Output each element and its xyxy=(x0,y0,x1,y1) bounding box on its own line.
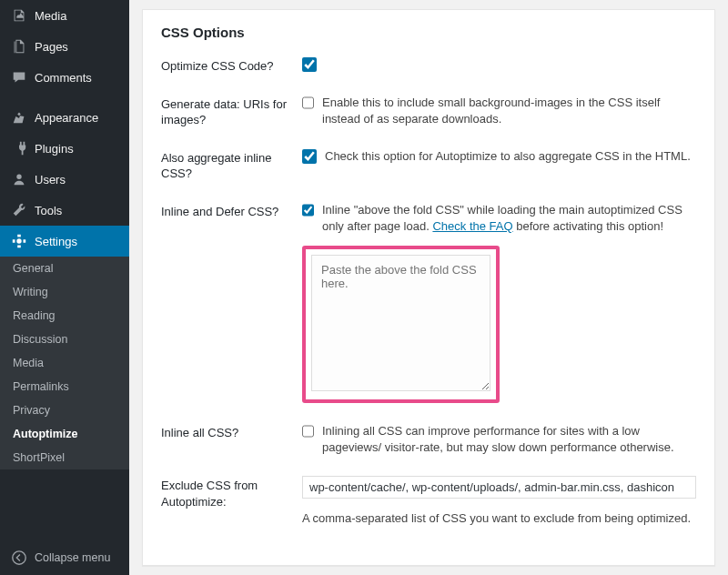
desc-inlineall: Inlining all CSS can improve performance… xyxy=(322,423,696,456)
row-inlinedefer: Inline and Defer CSS? Inline "above the … xyxy=(161,202,696,403)
label-aggregate: Also aggregate inline CSS? xyxy=(161,148,302,182)
sidebar-label: Plugins xyxy=(35,142,74,156)
sidebar-item-settings[interactable]: Settings xyxy=(0,226,129,257)
row-aggregate: Also aggregate inline CSS? Check this op… xyxy=(161,148,696,182)
admin-sidebar: Media Pages Comments Appearance Plugins … xyxy=(0,0,129,575)
users-icon xyxy=(11,171,27,187)
atf-css-highlight xyxy=(302,246,500,403)
comments-icon xyxy=(11,69,27,86)
sidebar-item-media[interactable]: Media xyxy=(0,0,129,31)
desc-aggregate: Check this option for Autoptimize to als… xyxy=(325,148,691,165)
sidebar-item-comments[interactable]: Comments xyxy=(0,62,129,93)
sub-general[interactable]: General xyxy=(0,257,129,280)
checkbox-datauri[interactable] xyxy=(302,96,314,110)
sidebar-item-appearance[interactable]: Appearance xyxy=(0,102,129,133)
faq-link[interactable]: Check the FAQ xyxy=(432,219,512,233)
checkbox-aggregate[interactable] xyxy=(302,149,317,164)
sub-permalinks[interactable]: Permalinks xyxy=(0,375,129,398)
sidebar-label: Users xyxy=(35,173,66,187)
sidebar-label: Comments xyxy=(35,71,92,85)
sub-media[interactable]: Media xyxy=(0,351,129,375)
sidebar-label: Settings xyxy=(35,235,77,248)
checkbox-optimize[interactable] xyxy=(302,57,317,72)
checkbox-inlineall[interactable] xyxy=(302,424,314,439)
sidebar-item-users[interactable]: Users xyxy=(0,164,129,195)
settings-panel: CSS Options Optimize CSS Code? Generate … xyxy=(142,9,715,566)
sidebar-item-pages[interactable]: Pages xyxy=(0,31,129,62)
label-exclude: Exclude CSS from Autoptimize: xyxy=(161,476,302,509)
label-inlineall: Inline all CSS? xyxy=(161,423,302,441)
svg-point-0 xyxy=(13,551,25,564)
desc-exclude: A comma-separated list of CSS you want t… xyxy=(302,510,696,527)
collapse-icon xyxy=(11,550,27,566)
collapse-label: Collapse menu xyxy=(35,551,110,564)
settings-icon xyxy=(11,233,27,249)
collapse-menu[interactable]: Collapse menu xyxy=(0,540,129,575)
main-content: CSS Options Optimize CSS Code? Generate … xyxy=(129,0,728,575)
sub-privacy[interactable]: Privacy xyxy=(0,398,129,422)
appearance-icon xyxy=(11,109,27,126)
row-exclude: Exclude CSS from Autoptimize: A comma-se… xyxy=(161,476,696,527)
row-inlineall: Inline all CSS? Inlining all CSS can imp… xyxy=(161,423,696,456)
sidebar-submenu: General Writing Reading Discussion Media… xyxy=(0,257,129,469)
row-optimize: Optimize CSS Code? xyxy=(161,56,696,75)
sub-autoptimize[interactable]: Autoptimize xyxy=(0,422,129,446)
sidebar-label: Appearance xyxy=(35,111,98,125)
desc-datauri: Enable this to include small background-… xyxy=(322,95,696,127)
sub-shortpixel[interactable]: ShortPixel xyxy=(0,446,129,469)
atf-css-textarea[interactable] xyxy=(311,255,490,391)
desc-inlinedefer: Inline "above the fold CSS" while loadin… xyxy=(322,202,696,235)
checkbox-inlinedefer[interactable] xyxy=(302,203,314,217)
tools-icon xyxy=(11,202,27,218)
sidebar-label: Media xyxy=(35,9,66,23)
sub-writing[interactable]: Writing xyxy=(0,280,129,304)
plugins-icon xyxy=(11,140,27,156)
sidebar-item-tools[interactable]: Tools xyxy=(0,195,129,226)
sidebar-item-plugins[interactable]: Plugins xyxy=(0,133,129,164)
label-optimize: Optimize CSS Code? xyxy=(161,56,302,75)
label-datauri: Generate data: URIs for images? xyxy=(161,95,302,128)
sub-discussion[interactable]: Discussion xyxy=(0,328,129,351)
label-inlinedefer: Inline and Defer CSS? xyxy=(161,202,302,220)
row-datauri: Generate data: URIs for images? Enable t… xyxy=(161,95,696,128)
exclude-input[interactable] xyxy=(302,476,696,499)
sub-reading[interactable]: Reading xyxy=(0,304,129,328)
pages-icon xyxy=(11,38,27,55)
media-icon xyxy=(11,7,27,24)
sidebar-label: Pages xyxy=(35,40,68,54)
panel-title: CSS Options xyxy=(161,25,696,40)
sidebar-label: Tools xyxy=(35,204,62,217)
